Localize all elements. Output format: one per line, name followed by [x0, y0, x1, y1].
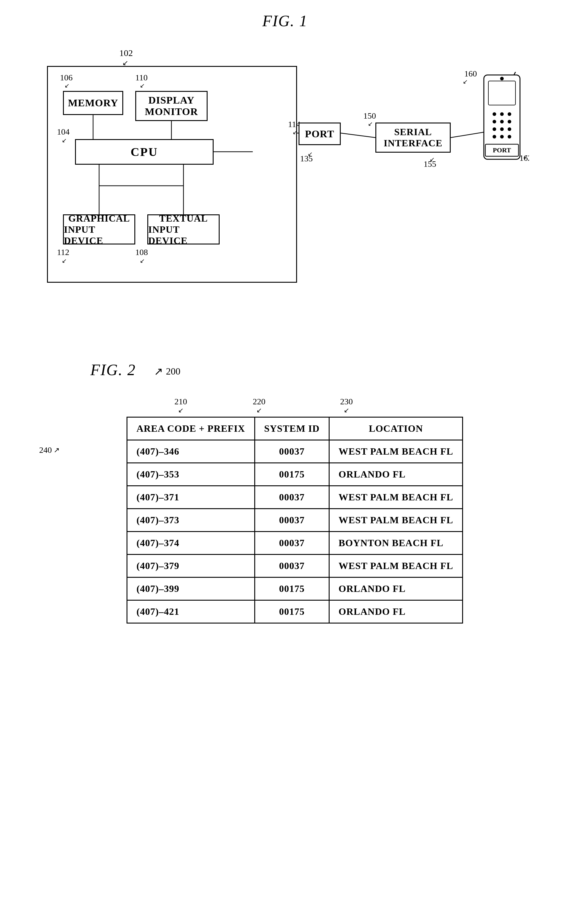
- svg-point-15: [508, 120, 511, 124]
- ref-135-arrow: ↙: [308, 150, 313, 157]
- table-row: (407)–379 00037 WEST PALM BEACH FL: [127, 554, 463, 577]
- ref-240: 240↗: [39, 445, 60, 455]
- col3-header: LOCATION: [329, 417, 463, 440]
- table-row: (407)–373 00037 WEST PALM BEACH FL: [127, 509, 463, 532]
- table-row: (407)–421 00175 ORLANDO FL: [127, 600, 463, 623]
- col-ref-230: 230: [289, 397, 404, 406]
- svg-point-10: [493, 112, 496, 116]
- ref-102: 102: [119, 48, 133, 58]
- port-label: PORT: [305, 128, 334, 140]
- cell-system-3: 00037: [254, 509, 329, 532]
- cell-area-6: (407)–399: [127, 577, 255, 600]
- ref-150: 150: [363, 111, 376, 121]
- svg-point-17: [500, 127, 504, 131]
- svg-point-9: [500, 77, 504, 80]
- cell-location-5: WEST PALM BEACH FL: [329, 554, 463, 577]
- ref-200: 200: [166, 366, 181, 377]
- svg-point-20: [500, 135, 504, 139]
- cell-location-1: ORLANDO FL: [329, 463, 463, 486]
- serial-line2: INTERFACE: [383, 137, 442, 149]
- cell-area-5: (407)–379: [127, 554, 255, 577]
- serial-line1: SERIAL: [394, 127, 432, 137]
- cell-area-0: (407)–346: [127, 440, 255, 463]
- svg-point-18: [508, 127, 511, 131]
- ref-114-arrow: ↙: [293, 128, 298, 136]
- ref-200-area: ↗ 200: [154, 365, 181, 378]
- col-ref-210: 210: [133, 397, 229, 406]
- table-row: (407)–374 00037 BOYNTON BEACH FL: [127, 532, 463, 554]
- table-row: (407)–399 00175 ORLANDO FL: [127, 577, 463, 600]
- fig1-section: FIG. 1 102 ↙ 106 ↙ 110 ↙ MEMORY DISPLAY …: [0, 0, 570, 337]
- table-row: (407)–371 00037 WEST PALM BEACH FL: [127, 486, 463, 509]
- svg-line-26: [341, 133, 375, 137]
- svg-text:PORT: PORT: [493, 146, 511, 154]
- cell-system-0: 00037: [254, 440, 329, 463]
- cell-location-0: WEST PALM BEACH FL: [329, 440, 463, 463]
- data-table: AREA CODE + PREFIX SYSTEM ID LOCATION (4…: [127, 417, 463, 623]
- cell-area-7: (407)–421: [127, 600, 255, 623]
- col1-header: AREA CODE + PREFIX: [127, 417, 255, 440]
- svg-point-14: [500, 120, 504, 124]
- cell-system-1: 00175: [254, 463, 329, 486]
- port-box: PORT: [299, 122, 341, 145]
- ref-155-arrow: ↙: [430, 156, 435, 163]
- cell-system-7: 00175: [254, 600, 329, 623]
- col2-header: SYSTEM ID: [254, 417, 329, 440]
- cell-location-4: BOYNTON BEACH FL: [329, 532, 463, 554]
- cell-area-4: (407)–374: [127, 532, 255, 554]
- fig2-title: FIG. 2: [90, 361, 136, 379]
- system-boundary: 106 ↙ 110 ↙ MEMORY DISPLAY MONITOR 104 ↙…: [47, 66, 297, 283]
- table-row: (407)–346 00037 WEST PALM BEACH FL: [127, 440, 463, 463]
- cell-system-5: 00037: [254, 554, 329, 577]
- svg-point-19: [493, 135, 496, 139]
- svg-rect-8: [488, 81, 515, 105]
- svg-point-13: [493, 120, 496, 124]
- table-row: (407)–353 00175 ORLANDO FL: [127, 463, 463, 486]
- cell-location-6: ORLANDO FL: [329, 577, 463, 600]
- internal-wires: [48, 67, 296, 282]
- cell-location-2: WEST PALM BEACH FL: [329, 486, 463, 509]
- ref-150-arrow: ↙: [368, 120, 373, 127]
- fig2-section: FIG. 2 ↗ 200 210 ↙ 220 ↙ 230 ↙: [0, 337, 570, 641]
- ref-162-arrow: ↙: [523, 153, 528, 160]
- svg-point-12: [508, 112, 511, 116]
- cell-area-3: (407)–373: [127, 509, 255, 532]
- fig1-title: FIG. 1: [18, 12, 552, 30]
- col-ref-220: 220: [229, 397, 289, 406]
- mobile-phone-icon: PORT 162: [475, 72, 529, 186]
- cell-system-2: 00037: [254, 486, 329, 509]
- cell-location-7: ORLANDO FL: [329, 600, 463, 623]
- serial-box: SERIAL INTERFACE: [375, 122, 451, 153]
- cell-location-3: WEST PALM BEACH FL: [329, 509, 463, 532]
- ref-160-arrow: ↙: [463, 78, 468, 85]
- svg-point-21: [508, 135, 511, 139]
- svg-point-11: [500, 112, 504, 116]
- cell-area-1: (407)–353: [127, 463, 255, 486]
- cell-area-2: (407)–371: [127, 486, 255, 509]
- cell-system-4: 00037: [254, 532, 329, 554]
- cell-system-6: 00175: [254, 577, 329, 600]
- svg-point-16: [493, 127, 496, 131]
